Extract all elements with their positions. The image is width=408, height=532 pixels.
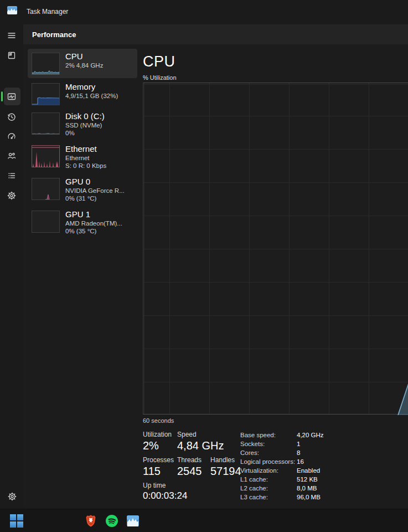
- threads-value: 2545: [177, 465, 202, 478]
- device-item-ethernet[interactable]: Ethernet Ethernet S: 0 R: 0 Kbps: [28, 141, 137, 173]
- processes-value: 115: [143, 465, 161, 478]
- device-title: GPU 1: [65, 209, 122, 219]
- performance-content: CPU 2% 4,84 GHz Memory 4,9/15,1 GB (32%): [23, 44, 408, 509]
- speed-label: Speed: [177, 431, 197, 438]
- detail-value: 1: [297, 439, 300, 448]
- device-title: Ethernet: [65, 144, 106, 154]
- task-manager-app-icon: [7, 6, 17, 14]
- speed-value: 4,84 GHz: [177, 439, 224, 452]
- detail-label: Logical processors:: [240, 457, 297, 466]
- cpu-utilization-graph[interactable]: [143, 83, 408, 415]
- spotify-icon[interactable]: [105, 514, 118, 528]
- detail-label: L3 cache:: [240, 493, 297, 502]
- detail-label: Sockets:: [240, 439, 297, 448]
- uptime-value: 0:00:03:24: [143, 490, 187, 502]
- device-subtitle: NVIDIA GeForce R...: [65, 187, 125, 195]
- uptime-label: Up time: [143, 482, 166, 489]
- cpu-title: CPU: [143, 53, 408, 70]
- device-item-gpu0[interactable]: GPU 0 NVIDIA GeForce R... 0% (31 °C): [28, 174, 137, 206]
- detail-value: 8,0 MB: [297, 484, 317, 493]
- device-subtitle: AMD Radeon(TM)...: [65, 219, 122, 227]
- detail-value: 4,20 GHz: [297, 431, 324, 439]
- page-title: Performance: [32, 30, 76, 39]
- device-item-memory[interactable]: Memory 4,9/15,1 GB (32%): [28, 79, 137, 109]
- detail-value: 512 KB: [297, 475, 318, 484]
- titlebar: Task Manager: [0, 0, 408, 24]
- detail-value: 96,0 MB: [297, 493, 321, 502]
- detail-value: 8: [297, 448, 300, 457]
- menu-icon[interactable]: [0, 26, 23, 45]
- device-subtitle: SSD (NVMe): [65, 121, 105, 129]
- device-subtitle: S: 0 R: 0 Kbps: [65, 162, 106, 170]
- app-history-icon[interactable]: [0, 108, 23, 126]
- cpu-mini-graph: [32, 53, 60, 75]
- cpu-detail-pane: CPU % Utilization 60 seconds Utilization…: [143, 53, 408, 508]
- task-manager-icon[interactable]: [126, 514, 140, 528]
- users-icon[interactable]: [0, 146, 23, 165]
- page-header: Performance: [23, 24, 408, 44]
- device-item-cpu[interactable]: CPU 2% 4,84 GHz: [28, 49, 137, 78]
- graph-x-label: 60 seconds: [143, 417, 408, 424]
- threads-label: Threads: [177, 456, 202, 464]
- services-icon[interactable]: [0, 186, 23, 205]
- task-manager-window: Task Manager Performance: [0, 0, 408, 509]
- processes-label: Processes: [143, 456, 174, 464]
- device-subtitle: 4,9/15,1 GB (32%): [65, 92, 118, 100]
- startup-apps-icon[interactable]: [0, 127, 23, 146]
- detail-label: L1 cache:: [240, 475, 297, 484]
- device-subtitle: 2% 4,84 GHz: [65, 62, 103, 69]
- performance-icon[interactable]: [0, 87, 23, 106]
- processes-icon[interactable]: [0, 46, 23, 65]
- device-title: Disk 0 (C:): [65, 111, 105, 121]
- device-title: Memory: [65, 81, 118, 92]
- disk-mini-graph: [32, 112, 60, 135]
- device-subtitle: 0% (35 °C): [65, 227, 122, 235]
- detail-label: L2 cache:: [240, 484, 297, 493]
- gpu0-mini-graph: [32, 178, 60, 200]
- brave-icon[interactable]: [84, 514, 97, 528]
- memory-mini-graph: [32, 83, 60, 105]
- device-item-gpu1[interactable]: GPU 1 AMD Radeon(TM)... 0% (35 °C): [28, 207, 137, 238]
- detail-label: Virtualization:: [240, 466, 297, 475]
- device-subtitle: Ethernet: [65, 154, 106, 162]
- detail-label: Base speed:: [240, 431, 297, 439]
- nav-rail: [0, 24, 23, 509]
- window-title: Task Manager: [27, 8, 68, 16]
- graph-y-label: % Utilization: [143, 74, 408, 81]
- handles-label: Handles: [210, 456, 235, 464]
- ethernet-mini-graph: [32, 145, 60, 167]
- taskbar: Search: [0, 509, 408, 532]
- details-icon[interactable]: [0, 166, 23, 185]
- handles-value: 57194: [210, 465, 241, 478]
- detail-value: Enabled: [297, 466, 320, 475]
- detail-value: 16: [297, 457, 304, 466]
- device-subtitle: 0% (31 °C): [65, 195, 125, 202]
- device-title: CPU: [65, 51, 103, 62]
- device-item-disk0[interactable]: Disk 0 (C:) SSD (NVMe) 0%: [28, 109, 137, 140]
- cpu-stats: Utilization Speed 2% 4,84 GHz Processes …: [143, 431, 408, 508]
- cpu-spec-details: Base speed:4,20 GHz Sockets:1 Cores:8 Lo…: [240, 431, 406, 502]
- detail-label: Cores:: [240, 448, 297, 457]
- utilization-value: 2%: [143, 439, 159, 452]
- start-icon[interactable]: [10, 514, 23, 528]
- cpu-graph-series: [143, 83, 408, 415]
- utilization-label: Utilization: [143, 431, 172, 438]
- settings-icon[interactable]: [4, 489, 20, 504]
- gpu1-mini-graph: [32, 211, 60, 233]
- device-subtitle: 0%: [65, 129, 105, 137]
- device-title: GPU 0: [65, 176, 125, 187]
